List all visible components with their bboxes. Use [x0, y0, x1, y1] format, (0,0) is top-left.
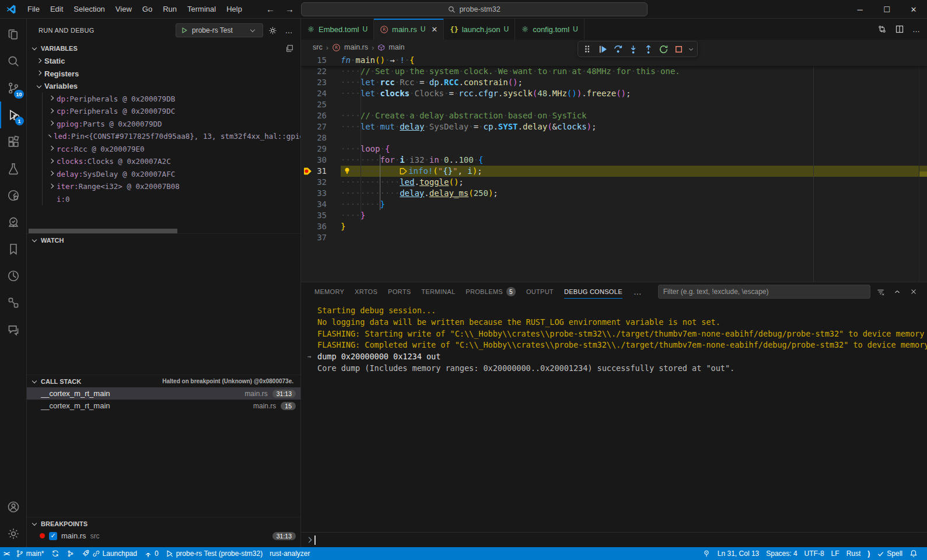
close-button[interactable]: ✕	[900, 0, 927, 19]
gutter[interactable]: 33	[301, 188, 341, 199]
tab-Embed.toml[interactable]: Embed.tomlU	[301, 19, 374, 40]
menu-view[interactable]: View	[110, 2, 137, 16]
panel-tab-memory[interactable]: MEMORY	[309, 282, 349, 301]
gutter[interactable]: 23	[301, 77, 341, 88]
breadcrumb-item-main.rs[interactable]: main.rs	[344, 43, 368, 51]
variable-row-iter[interactable]: iter: Range<i32> @ 0x20007B08	[27, 180, 300, 193]
back-arrow-icon[interactable]: ←	[266, 4, 275, 14]
launch-config-dropdown[interactable]: probe-rs Test	[176, 23, 263, 37]
more-actions-icon[interactable]: …	[912, 25, 920, 34]
variables-group-static[interactable]: Static	[27, 55, 300, 68]
menu-file[interactable]: File	[22, 2, 45, 16]
menu-run[interactable]: Run	[158, 2, 182, 16]
panel-tab-problems[interactable]: PROBLEMS5	[460, 282, 521, 301]
variable-row-cp[interactable]: cp: Peripherals @ 0x200079DC	[27, 105, 300, 118]
debug-stop-button[interactable]	[671, 42, 685, 56]
call-stack-frame[interactable]: __cortex_m_rt_mainmain.rs31:13	[27, 387, 300, 400]
status-remote[interactable]: ><	[0, 547, 12, 560]
activity-files[interactable]	[0, 21, 27, 48]
code-line-27[interactable]: 27····let·mut·delay·SysDelay·=·cp.SYST.d…	[301, 121, 927, 132]
sidebar-more-actions[interactable]: …	[282, 23, 296, 37]
status-0[interactable]: 0	[141, 547, 162, 560]
tab-launch.json[interactable]: {}launch.jsonU	[444, 19, 515, 40]
status-ln-31-col-13[interactable]: Ln 31, Col 13	[714, 547, 762, 560]
code-line-25[interactable]: 25	[301, 99, 927, 110]
code-line-30[interactable]: 30········for·i·i32·in·0..100·{	[301, 155, 927, 166]
variables-group-variables[interactable]: Variables	[27, 80, 300, 93]
status-utf-8[interactable]: UTF-8	[801, 547, 828, 560]
debug-restart-button[interactable]	[656, 42, 670, 56]
gutter[interactable]: 24	[301, 88, 341, 99]
breakpoint-checkbox[interactable]: ✓	[49, 532, 57, 540]
variables-horizontal-scrollbar[interactable]	[29, 229, 177, 233]
gutter[interactable]: 30	[301, 155, 341, 166]
activity-tree-check[interactable]	[0, 209, 27, 236]
variable-row-led[interactable]: led: Pin<{CONST#9717825f70d95aa8}, 13, s…	[27, 130, 300, 143]
activity-pie-watch[interactable]	[0, 262, 27, 289]
command-center-search[interactable]: probe-stm32	[301, 2, 648, 16]
gutter[interactable]: 27	[301, 121, 341, 132]
minimize-button[interactable]: ─	[846, 0, 873, 19]
status-launchpad[interactable]: Launchpad	[78, 547, 141, 560]
debug-console-input[interactable]	[301, 532, 927, 547]
activity-test-beaker[interactable]	[0, 155, 27, 182]
gutter[interactable]: 35	[301, 210, 341, 221]
code-line-32[interactable]: 32············led.toggle();	[301, 177, 927, 188]
status-main[interactable]: main*	[12, 547, 48, 560]
breakpoints-section-header[interactable]: BREAKPOINTS	[27, 517, 300, 530]
gutter[interactable]: 34	[301, 199, 341, 210]
menu-selection[interactable]: Selection	[68, 2, 110, 16]
collapse-all-icon[interactable]	[285, 44, 296, 52]
gutter[interactable]: 22	[301, 66, 341, 77]
status-layers[interactable]	[63, 547, 78, 560]
panel-more-tabs-icon[interactable]: …	[628, 287, 648, 296]
status-paren[interactable]: )	[864, 547, 873, 560]
debug-step-over-button[interactable]	[611, 42, 625, 56]
code-line-24[interactable]: 24····let·clocks·Clocks·=·rcc.cfgr.syscl…	[301, 88, 927, 99]
code-editor[interactable]: 15fn·main()·→·!·{ 22····//·Set·up·the·sy…	[301, 55, 927, 282]
variables-section-header[interactable]: VARIABLES	[27, 42, 300, 55]
status-rust-analyzer[interactable]: rust-analyzer	[266, 547, 313, 560]
debug-start-icon[interactable]	[181, 27, 188, 34]
panel-close-x-icon[interactable]	[909, 288, 918, 296]
breadcrumb-item-src[interactable]: src	[313, 43, 323, 51]
code-line-37[interactable]: 37	[301, 232, 927, 243]
code-line-29[interactable]: 29····loop·{	[301, 144, 927, 155]
maximize-button[interactable]: ☐	[873, 0, 900, 19]
panel-filter-list-icon[interactable]	[876, 288, 885, 296]
panel-tab-xrtos[interactable]: XRTOS	[349, 282, 383, 301]
panel-tab-terminal[interactable]: TERMINAL	[416, 282, 460, 301]
compare-changes-icon[interactable]	[877, 24, 887, 34]
activity-comments[interactable]	[0, 316, 27, 343]
code-line-36[interactable]: 36}	[301, 221, 927, 232]
breakpoint-row[interactable]: ✓main.rssrc31:13	[27, 530, 300, 542]
activity-run-circle[interactable]	[0, 182, 27, 209]
gutter[interactable]: 15	[301, 55, 341, 66]
status-bell[interactable]	[906, 547, 921, 560]
debug-step-out-button[interactable]	[641, 42, 655, 56]
code-line-23[interactable]: 23····let·rcc·Rcc·=·dp.RCC.constrain();	[301, 77, 927, 88]
menu-edit[interactable]: Edit	[45, 2, 68, 16]
lightbulb-icon[interactable]	[343, 167, 351, 175]
activity-source-control[interactable]: 10	[0, 75, 27, 102]
call-stack-section-header[interactable]: CALL STACK Halted on breakpoint (Unknown…	[27, 374, 300, 387]
gutter[interactable]: 32	[301, 177, 341, 188]
code-line-35[interactable]: 35····}	[301, 210, 927, 221]
variables-group-registers[interactable]: Registers	[27, 68, 300, 80]
debug-step-into-button[interactable]	[626, 42, 640, 56]
panel-tab-output[interactable]: OUTPUT	[521, 282, 559, 301]
status-plug[interactable]	[699, 547, 714, 560]
activity-search[interactable]	[0, 48, 27, 75]
gutter[interactable]: 37	[301, 232, 341, 243]
gutter[interactable]: 31	[301, 166, 341, 177]
gutter[interactable]: 25	[301, 99, 341, 110]
code-line-31[interactable]: 31············info!("{}",·i);	[301, 166, 927, 177]
menu-terminal[interactable]: Terminal	[182, 2, 221, 16]
code-line-34[interactable]: 34········}	[301, 199, 927, 210]
breadcrumb[interactable]: src›Rmain.rs›main	[301, 40, 927, 55]
gutter[interactable]: 26	[301, 110, 341, 121]
breadcrumb-item-main[interactable]: main	[389, 43, 404, 51]
variable-row-gpiog[interactable]: gpiog: Parts @ 0x200079DD	[27, 118, 300, 131]
tab-close-icon[interactable]: ✕	[431, 25, 438, 34]
menu-go[interactable]: Go	[137, 2, 158, 16]
